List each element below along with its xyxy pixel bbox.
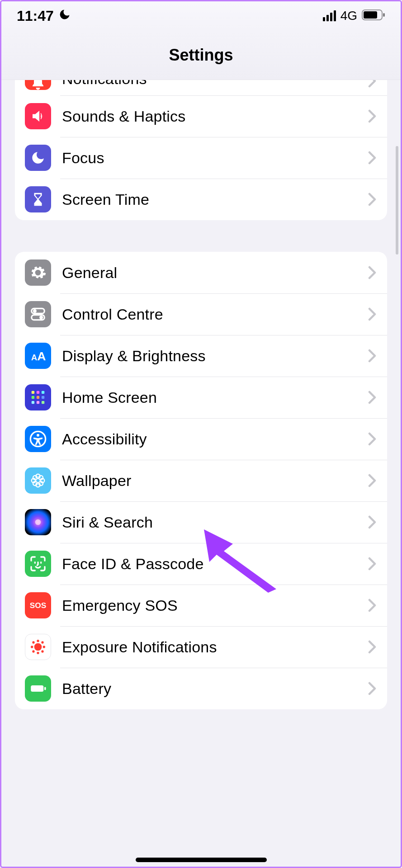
battery-icon bbox=[25, 675, 51, 702]
textsize-icon: AA bbox=[25, 343, 51, 369]
svg-point-36 bbox=[41, 641, 43, 643]
svg-rect-39 bbox=[31, 685, 43, 692]
signal-icon bbox=[323, 10, 336, 21]
svg-rect-15 bbox=[32, 401, 34, 404]
row-display[interactable]: AA Display & Brightness bbox=[15, 335, 387, 377]
svg-rect-13 bbox=[37, 396, 39, 399]
chevron-right-icon bbox=[368, 599, 377, 612]
row-label: Control Centre bbox=[62, 306, 368, 323]
svg-point-32 bbox=[37, 652, 39, 654]
svg-rect-16 bbox=[37, 401, 39, 404]
network-label: 4G bbox=[341, 9, 357, 23]
svg-text:SOS: SOS bbox=[30, 601, 46, 610]
chevron-right-icon bbox=[368, 557, 377, 571]
row-battery[interactable]: Battery bbox=[15, 668, 387, 709]
svg-point-37 bbox=[32, 650, 34, 652]
settings-group-alerts: Notifications Sounds & Haptics Focus Scr… bbox=[15, 72, 387, 220]
row-exposure[interactable]: Exposure Notifications bbox=[15, 626, 387, 668]
sos-icon: SOS bbox=[25, 592, 51, 618]
row-screen-time[interactable]: Screen Time bbox=[15, 179, 387, 220]
row-accessibility[interactable]: Accessibility bbox=[15, 418, 387, 460]
svg-rect-1 bbox=[364, 11, 377, 19]
svg-rect-17 bbox=[42, 401, 44, 404]
accessibility-icon bbox=[25, 426, 51, 452]
moon-icon bbox=[58, 8, 71, 24]
moon-icon bbox=[25, 145, 51, 171]
siri-icon bbox=[25, 509, 51, 535]
svg-rect-12 bbox=[32, 396, 34, 399]
row-label: Screen Time bbox=[62, 191, 368, 208]
svg-text:A: A bbox=[37, 349, 46, 363]
chevron-right-icon bbox=[368, 682, 377, 695]
row-sounds[interactable]: Sounds & Haptics bbox=[15, 95, 387, 137]
row-label: Emergency SOS bbox=[62, 597, 368, 614]
svg-point-19 bbox=[37, 434, 39, 437]
row-home-screen[interactable]: Home Screen bbox=[15, 377, 387, 418]
chevron-right-icon bbox=[368, 307, 377, 321]
settings-scroll[interactable]: Notifications Sounds & Haptics Focus Scr… bbox=[1, 80, 401, 867]
status-left: 11:47 bbox=[17, 8, 71, 24]
svg-point-34 bbox=[43, 646, 45, 648]
chevron-right-icon bbox=[368, 432, 377, 446]
svg-rect-10 bbox=[37, 391, 39, 394]
svg-point-30 bbox=[34, 643, 42, 651]
row-label: General bbox=[62, 264, 368, 282]
page-title: Settings bbox=[169, 46, 233, 65]
svg-point-38 bbox=[41, 650, 43, 652]
home-indicator bbox=[136, 858, 267, 862]
svg-point-4 bbox=[33, 309, 37, 313]
chevron-right-icon bbox=[368, 193, 377, 206]
row-label: Focus bbox=[62, 149, 368, 167]
row-label: Battery bbox=[62, 680, 368, 698]
svg-point-6 bbox=[39, 316, 43, 319]
row-sos[interactable]: SOS Emergency SOS bbox=[15, 585, 387, 626]
row-label: Wallpaper bbox=[62, 472, 368, 490]
toggles-icon bbox=[25, 301, 51, 327]
gear-icon bbox=[25, 259, 51, 286]
nav-bar: Settings bbox=[1, 30, 401, 80]
row-faceid[interactable]: Face ID & Passcode bbox=[15, 543, 387, 585]
chevron-right-icon bbox=[368, 349, 377, 363]
chevron-right-icon bbox=[368, 109, 377, 123]
faceid-icon bbox=[25, 551, 51, 577]
row-label: Exposure Notifications bbox=[62, 638, 368, 656]
scroll-indicator bbox=[396, 146, 398, 255]
svg-rect-9 bbox=[32, 391, 34, 394]
chevron-right-icon bbox=[368, 266, 377, 279]
svg-text:A: A bbox=[31, 353, 37, 362]
row-label: Home Screen bbox=[62, 389, 368, 406]
row-label: Siri & Search bbox=[62, 514, 368, 531]
speaker-icon bbox=[25, 103, 51, 129]
chevron-right-icon bbox=[368, 515, 377, 529]
row-siri[interactable]: Siri & Search bbox=[15, 501, 387, 543]
virus-icon bbox=[25, 634, 51, 660]
row-wallpaper[interactable]: Wallpaper bbox=[15, 460, 387, 501]
chevron-right-icon bbox=[368, 640, 377, 654]
battery-icon bbox=[362, 8, 385, 24]
svg-point-35 bbox=[32, 641, 34, 643]
settings-group-device: General Control Centre AA Display & Brig… bbox=[15, 252, 387, 709]
svg-rect-2 bbox=[383, 13, 385, 17]
svg-point-28 bbox=[35, 519, 41, 525]
row-general[interactable]: General bbox=[15, 252, 387, 293]
hourglass-icon bbox=[25, 186, 51, 212]
row-label: Sounds & Haptics bbox=[62, 108, 368, 125]
chevron-right-icon bbox=[368, 474, 377, 487]
svg-point-31 bbox=[37, 640, 39, 642]
row-label: Face ID & Passcode bbox=[62, 555, 368, 573]
row-control-centre[interactable]: Control Centre bbox=[15, 293, 387, 335]
svg-rect-11 bbox=[42, 391, 44, 394]
row-label: Display & Brightness bbox=[62, 347, 368, 365]
flower-icon bbox=[25, 467, 51, 494]
status-time: 11:47 bbox=[17, 8, 54, 24]
chevron-right-icon bbox=[368, 151, 377, 165]
svg-point-33 bbox=[31, 646, 33, 648]
svg-rect-14 bbox=[42, 396, 44, 399]
chevron-right-icon bbox=[368, 391, 377, 404]
svg-rect-40 bbox=[44, 687, 46, 690]
row-focus[interactable]: Focus bbox=[15, 137, 387, 179]
row-label: Accessibility bbox=[62, 430, 368, 448]
status-bar: 11:47 4G bbox=[1, 1, 401, 30]
status-right: 4G bbox=[323, 8, 385, 24]
apps-grid-icon bbox=[25, 384, 51, 410]
